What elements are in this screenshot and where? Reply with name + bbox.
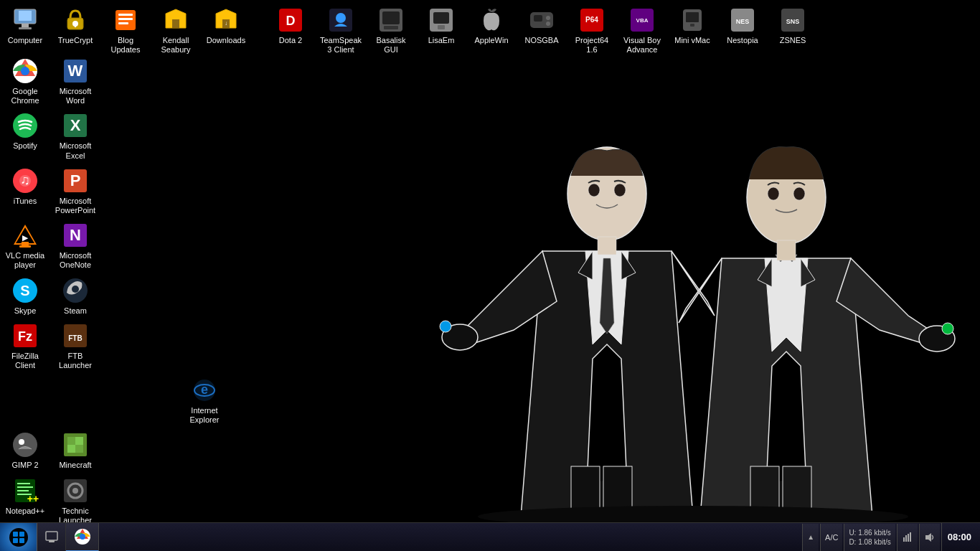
svg-rect-125 [908,534,909,542]
tray-network-speeds[interactable]: U: 1.86 kbit/s D: 1.08 kbit/s [844,524,895,551]
svg-point-46 [546,16,550,20]
svg-rect-26 [75,24,76,27]
svg-text:P64: P64 [585,16,598,24]
icon-basalisk-label: Basalisk GUI [369,36,413,55]
svg-marker-127 [925,533,931,542]
icon-itunes-label: iTunes [14,197,37,206]
svg-text:++: ++ [27,493,39,504]
svg-rect-23 [19,27,32,29]
icon-project64[interactable]: P64 Project64 1.6 [567,3,617,57]
svg-text:Fz: Fz [18,329,32,344]
icon-computer-label: Computer [8,36,42,45]
icon-vlc[interactable]: ▶ VLC media player [0,218,50,273]
icon-microsoft-powerpoint[interactable]: P Microsoft PowerPoint [50,164,100,218]
svg-rect-95 [75,445,83,453]
icon-project64-label: Project64 1.6 [570,36,614,55]
download-speed: D: 1.08 kbit/s [849,537,890,547]
icon-gimp[interactable]: GIMP 2 [0,428,50,473]
svg-rect-124 [905,535,907,542]
icon-basalisk[interactable]: Basalisk GUI [366,3,416,57]
icon-lisaem-label: LisaEm [428,36,455,45]
svg-point-122 [80,534,85,540]
svg-text:SNS: SNS [786,18,800,25]
svg-rect-39 [382,11,400,24]
icon-skype-label: Skype [14,306,37,316]
icon-dota2[interactable]: D Dota 2 [265,3,316,48]
icon-lisaem[interactable]: LisaEm [416,3,466,48]
svg-rect-115 [13,532,18,537]
svg-rect-116 [19,532,24,537]
left-icon-column: Google Chrome W Microsoft Word Spotify X [0,54,230,551]
icon-nosgba[interactable]: NOSGBA [517,3,567,48]
svg-point-61 [21,67,29,75]
icon-kendall-seabury[interactable]: Kendall Seabury [151,3,201,57]
icon-notepadpp-label: Notepad++ [6,507,44,516]
icon-zsnes[interactable]: SNS ZSNES [768,3,818,48]
icon-teamspeak[interactable]: TeamSpeak 3 Client [316,3,366,57]
icon-truecrypt-label: TrueCrypt [58,36,93,45]
icon-downloads[interactable]: ↓ Downloads [201,3,251,48]
svg-point-91 [19,439,24,445]
icon-computer[interactable]: Computer [0,3,50,48]
icon-minivmac[interactable]: Mini vMac [667,3,717,48]
clock[interactable]: 08:00 [941,523,977,552]
tray-expand[interactable]: ▲ [802,524,819,551]
icon-skype[interactable]: S Skype [0,273,50,319]
icon-chrome-label: Google Chrome [3,87,47,105]
icon-google-chrome[interactable]: Google Chrome [0,54,50,108]
svg-text:W: W [68,62,83,80]
icon-vba[interactable]: VBA Visual Boy Advance [617,3,667,57]
tray-network-icon[interactable] [897,524,918,551]
tray-volume[interactable] [919,524,940,551]
icon-vlc-label: VLC media player [3,251,47,270]
svg-text:D: D [286,14,296,28]
icon-microsoft-onenote[interactable]: N Microsoft OneNote [50,218,100,273]
icon-minivmac-label: Mini vMac [674,36,710,45]
icon-internet-explorer[interactable]: e Internet Explorer [179,373,230,428]
icon-ppt-label: Microsoft PowerPoint [53,197,98,215]
svg-rect-75 [19,245,31,248]
icon-applewin[interactable]: AppleWin [466,3,517,48]
svg-point-47 [546,22,550,26]
svg-rect-21 [19,11,32,21]
start-button[interactable] [0,523,37,552]
svg-point-64 [13,113,37,138]
icon-itunes[interactable]: ♫ iTunes [0,164,50,218]
icon-nestopia[interactable]: NES Nestopia [717,3,768,48]
icon-minecraft-label: Minecraft [59,461,91,470]
icon-microsoft-excel[interactable]: X Microsoft Excel [50,108,100,163]
tray-ac[interactable]: A/C [820,524,842,551]
taskbar-chrome[interactable] [66,523,99,552]
svg-text:NES: NES [736,18,750,25]
icon-ie-label: Internet Explorer [182,406,227,425]
svg-text:e: e [201,382,208,397]
icon-minecraft[interactable]: Minecraft [50,428,100,473]
svg-text:VBA: VBA [636,17,649,24]
icon-excel-label: Microsoft Excel [53,141,98,160]
icon-spotify-label: Spotify [13,141,37,151]
show-desktop-button[interactable] [37,523,66,552]
upload-speed: U: 1.86 kbit/s [849,528,890,537]
icon-microsoft-word[interactable]: W Microsoft Word [50,54,100,108]
icon-truecrypt[interactable]: TrueCrypt [50,3,100,48]
icon-blog-updates[interactable]: Blog Updates [100,3,151,57]
svg-rect-126 [910,532,911,542]
svg-text:FTB: FTB [68,334,82,342]
svg-point-82 [72,286,79,293]
icon-steam[interactable]: Steam [50,273,100,319]
svg-text:P: P [70,171,81,189]
svg-text:N: N [70,226,81,244]
svg-text:S: S [20,283,29,298]
icon-notepadpp[interactable]: ++ Notepad++ [0,474,50,528]
icon-technic-launcher[interactable]: Technic Launcher [50,474,100,528]
taskbar: ▲ A/C U: 1.86 kbit/s D: 1.08 kbit/s [0,522,980,551]
svg-rect-99 [17,490,29,491]
icon-spotify[interactable]: Spotify [0,108,50,163]
system-tray: ▲ A/C U: 1.86 kbit/s D: 1.08 kbit/s [799,523,980,552]
icon-ftb-launcher[interactable]: FTB FTB Launcher [50,319,100,373]
icon-filezilla[interactable]: Fz FileZilla Client [0,319,50,373]
icon-dota2-label: Dota 2 [279,36,302,45]
ac-label: A/C [825,533,838,542]
icon-zsnes-label: ZSNES [780,36,806,45]
icon-ftb-label: FTB Launcher [53,352,98,370]
